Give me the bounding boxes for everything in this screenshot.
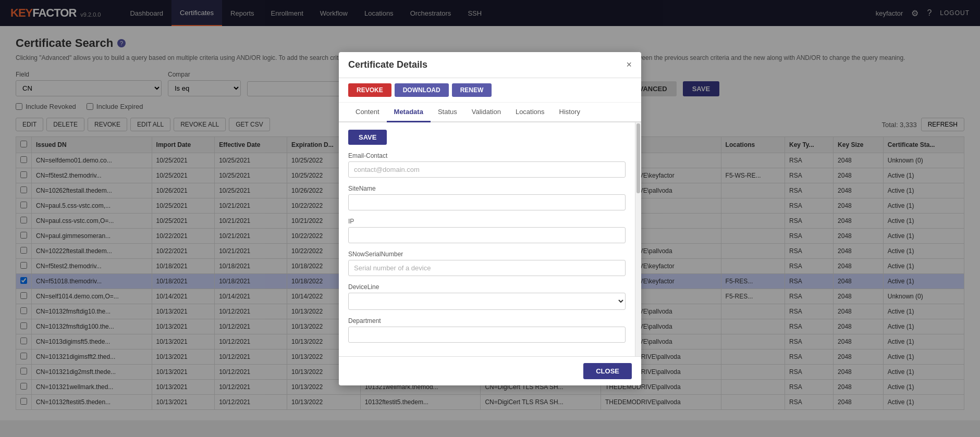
- department-group: Department: [348, 317, 626, 343]
- modal-body-wrapper: SAVE Email-Contact SiteName IP: [339, 122, 641, 356]
- metadata-save-button[interactable]: SAVE: [348, 130, 387, 145]
- device-line-select[interactable]: [348, 293, 626, 310]
- email-contact-label: Email-Contact: [348, 152, 626, 159]
- modal-close-button[interactable]: ×: [626, 60, 632, 69]
- ip-label: IP: [348, 218, 626, 225]
- tab-validation[interactable]: Validation: [464, 103, 508, 122]
- modal-overlay: Certificate Details × REVOKE DOWNLOAD RE…: [0, 0, 980, 420]
- renew-cert-button[interactable]: RENEW: [452, 83, 492, 97]
- snow-serial-group: SNowSerialNumber: [348, 251, 626, 276]
- ip-group: IP: [348, 218, 626, 243]
- site-name-label: SiteName: [348, 185, 626, 192]
- tab-metadata[interactable]: Metadata: [387, 103, 431, 122]
- modal-tabs: Content Metadata Status Validation Locat…: [339, 103, 641, 122]
- site-name-input[interactable]: [348, 194, 626, 210]
- snow-serial-label: SNowSerialNumber: [348, 251, 626, 258]
- tab-status[interactable]: Status: [431, 103, 464, 122]
- device-line-label: DeviceLine: [348, 283, 626, 291]
- email-contact-input[interactable]: [348, 161, 626, 178]
- modal-header: Certificate Details ×: [339, 52, 641, 78]
- modal-action-bar: REVOKE DOWNLOAD RENEW: [339, 78, 641, 103]
- revoke-cert-button[interactable]: REVOKE: [348, 83, 391, 97]
- save-btn-area: SAVE: [348, 130, 626, 145]
- modal-footer: CLOSE: [339, 356, 641, 385]
- site-name-group: SiteName: [348, 185, 626, 210]
- modal-scroll-thumb: [636, 123, 640, 194]
- download-cert-button[interactable]: DOWNLOAD: [395, 83, 449, 97]
- modal-body: SAVE Email-Contact SiteName IP: [339, 122, 635, 356]
- modal-title: Certificate Details: [348, 59, 427, 70]
- device-line-group: DeviceLine: [348, 283, 626, 310]
- modal-scrollbar[interactable]: [635, 122, 641, 356]
- email-contact-group: Email-Contact: [348, 152, 626, 178]
- tab-history[interactable]: History: [552, 103, 587, 122]
- snow-serial-input[interactable]: [348, 260, 626, 276]
- department-label: Department: [348, 317, 626, 324]
- tab-locations[interactable]: Locations: [508, 103, 552, 122]
- ip-input[interactable]: [348, 227, 626, 243]
- modal-close-footer-button[interactable]: CLOSE: [583, 363, 632, 379]
- tab-content[interactable]: Content: [348, 103, 387, 122]
- certificate-details-modal: Certificate Details × REVOKE DOWNLOAD RE…: [339, 52, 641, 385]
- department-input[interactable]: [348, 327, 626, 343]
